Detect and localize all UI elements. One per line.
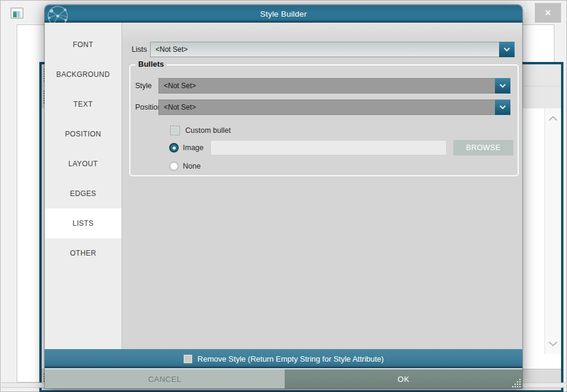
image-path-input[interactable] xyxy=(210,140,447,155)
remove-style-bar: Remove Style (Return Empty String for St… xyxy=(45,349,522,368)
close-button[interactable]: ✕ xyxy=(535,3,561,23)
bullet-image-row: Image BROWSE xyxy=(130,140,518,155)
dialog-title: Style Builder xyxy=(260,10,307,18)
remove-style-checkbox[interactable] xyxy=(183,354,192,363)
sidebar-item-layout[interactable]: LAYOUT xyxy=(45,149,122,179)
editor-scrollbar[interactable] xyxy=(544,108,561,354)
lists-dropdown-value: <Not Set> xyxy=(155,42,188,57)
chevron-down-icon xyxy=(503,47,510,52)
bullets-groupbox: Bullets Style <Not Set> Position xyxy=(129,64,519,176)
sidebar-item-background[interactable]: BACKGROUND xyxy=(45,60,122,89)
sidebar-item-edges[interactable]: EDGES xyxy=(45,179,122,209)
sidebar-item-position[interactable]: POSITION xyxy=(45,119,122,149)
sidebar-item-font[interactable]: FONT xyxy=(45,30,122,60)
cancel-button[interactable]: CANCEL xyxy=(45,369,285,388)
bullet-none-row: None xyxy=(130,161,518,172)
sidebar-item-text[interactable]: TEXT xyxy=(45,89,122,119)
lists-label: Lists xyxy=(132,42,147,57)
sidebar-item-lists[interactable]: LISTS xyxy=(45,209,122,238)
scroll-down-button[interactable] xyxy=(548,338,558,349)
none-radio[interactable] xyxy=(169,161,179,171)
dialog-body: FONT BACKGROUND TEXT POSITION LAYOUT EDG… xyxy=(45,23,522,349)
bullet-position-row: Position <Not Set> xyxy=(130,99,518,115)
close-icon: ✕ xyxy=(545,8,552,17)
bullets-group-label: Bullets xyxy=(135,60,167,69)
bullet-style-dropdown-button[interactable] xyxy=(495,78,510,94)
resize-grip-icon[interactable] xyxy=(512,379,521,387)
bullet-style-dropdown[interactable]: <Not Set> xyxy=(158,78,510,94)
scroll-up-button[interactable] xyxy=(548,113,558,124)
chevron-down-icon xyxy=(499,83,506,88)
sidebar-item-other[interactable]: OTHER xyxy=(45,238,122,268)
lists-dropdown-button[interactable] xyxy=(499,42,515,57)
bullet-position-dropdown[interactable]: <Not Set> xyxy=(158,99,510,115)
bullet-position-dropdown-button[interactable] xyxy=(495,99,510,115)
chevron-down-icon xyxy=(548,341,558,347)
lists-row: Lists <Not Set> xyxy=(122,42,522,57)
none-radio-label: None xyxy=(183,161,201,172)
custom-bullet-row: Custom bullet xyxy=(130,125,518,136)
browse-button[interactable]: BROWSE xyxy=(453,140,513,155)
category-sidebar: FONT BACKGROUND TEXT POSITION LAYOUT EDG… xyxy=(45,23,122,349)
network-globe-icon xyxy=(46,5,69,23)
dialog-titlebar[interactable]: Style Builder xyxy=(45,5,522,23)
lists-panel: Lists <Not Set> Bullets Style <Not Set> xyxy=(122,23,522,349)
ok-button[interactable]: OK xyxy=(285,369,522,388)
bullet-style-dropdown-value: <Not Set> xyxy=(164,79,196,93)
bullet-style-row: Style <Not Set> xyxy=(130,78,518,94)
custom-bullet-checkbox[interactable] xyxy=(170,126,180,135)
bullet-position-dropdown-value: <Not Set> xyxy=(164,100,196,114)
bullet-style-label: Style xyxy=(135,78,152,94)
lists-dropdown[interactable]: <Not Set> xyxy=(150,42,515,57)
app-icon xyxy=(11,8,23,18)
style-builder-dialog: Style Builder FONT BACKGROUND TEXT POSIT… xyxy=(45,5,522,388)
chevron-up-icon xyxy=(548,116,558,122)
remove-style-label: Remove Style (Return Empty String for St… xyxy=(198,354,384,363)
app-window-icon xyxy=(13,11,21,18)
bullet-position-label: Position xyxy=(135,99,161,115)
chevron-down-icon xyxy=(499,105,506,110)
ok-button-label: OK xyxy=(398,375,410,384)
image-radio-label: Image xyxy=(183,140,204,155)
image-radio[interactable] xyxy=(169,143,179,153)
custom-bullet-label: Custom bullet xyxy=(185,125,230,136)
dialog-footer: CANCEL OK xyxy=(45,369,522,388)
